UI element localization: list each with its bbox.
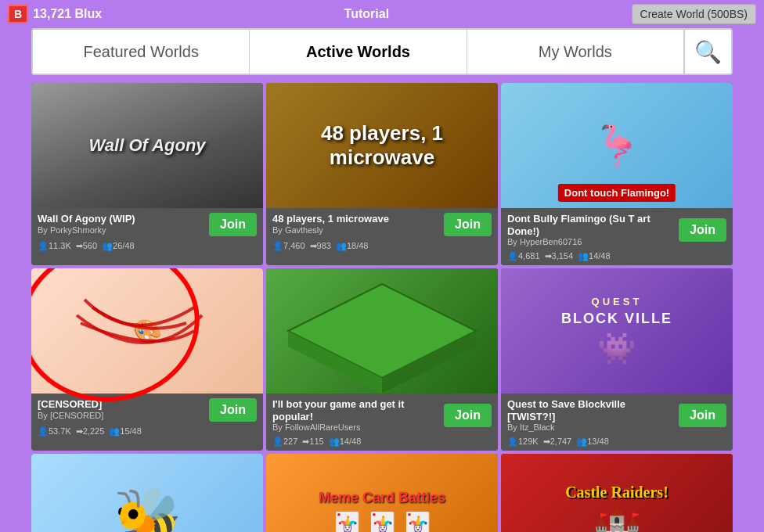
join-button-wall-of-agony[interactable]: Join bbox=[209, 213, 257, 236]
world-card-wall-of-agony: Wall Of AgonyWall Of Agony (WIP)By Porky… bbox=[31, 83, 263, 265]
world-stats-blockville: 👤129K➡2,747👥13/48 bbox=[501, 435, 733, 451]
world-thumbnail-blockville: QUESTBLOCK VILLE👾 bbox=[501, 268, 733, 394]
stat-favorites-circled: ➡2,225 bbox=[76, 426, 105, 437]
join-button-bot-game[interactable]: Join bbox=[444, 404, 492, 427]
stat-current-blockville: 👥13/48 bbox=[576, 437, 609, 447]
tab-featured[interactable]: Featured Worlds bbox=[33, 30, 250, 74]
join-button-flamingo[interactable]: Join bbox=[679, 218, 726, 242]
world-thumbnail-bee-research: 🐝 bbox=[31, 454, 263, 532]
stat-current-wall-of-agony: 👥26/48 bbox=[102, 241, 135, 251]
world-thumbnail-bot-game bbox=[266, 268, 498, 394]
svg-marker-0 bbox=[288, 284, 476, 378]
world-thumbnail-wall-of-agony: Wall Of Agony bbox=[31, 83, 263, 208]
stat-players-48players: 👤7,460 bbox=[272, 241, 305, 251]
world-thumbnail-flamingo: 🦩Dont touch Flamingo! bbox=[501, 83, 733, 208]
world-thumbnail-48players: 48 players, 1 microwave bbox=[266, 83, 498, 208]
join-button-blockville[interactable]: Join bbox=[679, 404, 726, 427]
world-text-circled: [CENSORED]By [CENSORED] bbox=[38, 398, 206, 420]
world-text-48players: 48 players, 1 microwaveBy Gavthesly bbox=[272, 213, 441, 235]
world-title-flamingo: Dont Bully Flamingo (Su T art Done!) bbox=[507, 213, 676, 237]
stat-current-flamingo: 👥14/48 bbox=[578, 251, 611, 261]
stat-players-bot-game: 👤227 bbox=[272, 437, 297, 447]
world-title-wall-of-agony: Wall Of Agony (WIP) bbox=[38, 213, 206, 225]
world-card-bee-research: 🐝Bee Research FacilityBy EpicbatThebatJo… bbox=[31, 454, 263, 532]
world-author-48players: By Gavthesly bbox=[272, 225, 441, 235]
world-author-wall-of-agony: By PorkyShmorky bbox=[38, 225, 206, 235]
world-info-wall-of-agony: Wall Of Agony (WIP)By PorkyShmorkyJoin bbox=[31, 208, 263, 239]
world-title-bot-game: I'll bot your game and get it popular! bbox=[272, 398, 441, 422]
tutorial-button[interactable]: Tutorial bbox=[344, 7, 389, 21]
world-info-48players: 48 players, 1 microwaveBy GavtheslyJoin bbox=[266, 208, 498, 239]
stat-favorites-blockville: ➡2,747 bbox=[543, 437, 572, 447]
world-info-bot-game: I'll bot your game and get it popular!By… bbox=[266, 394, 498, 435]
search-button[interactable]: 🔍 bbox=[684, 30, 731, 74]
join-button-48players[interactable]: Join bbox=[444, 213, 492, 236]
blux-count: 13,721 Blux bbox=[33, 7, 102, 21]
stat-favorites-wall-of-agony: ➡560 bbox=[76, 241, 97, 251]
world-card-bot-game: I'll bot your game and get it popular!By… bbox=[266, 268, 498, 451]
stat-current-48players: 👥18/48 bbox=[336, 241, 369, 251]
blux-section: B 13,721 Blux bbox=[8, 5, 102, 23]
world-card-meme-cards: Meme Card Battles🃏🃏🃏meme card battlesBy … bbox=[266, 454, 498, 532]
world-card-48players: 48 players, 1 microwave48 players, 1 mic… bbox=[266, 83, 498, 265]
world-title-blockville: Quest to Save Blockville [TWIST?!] bbox=[507, 398, 676, 422]
world-card-flamingo: 🦩Dont touch Flamingo!Dont Bully Flamingo… bbox=[501, 83, 733, 265]
stat-players-wall-of-agony: 👤11.3K bbox=[38, 241, 71, 251]
world-text-blockville: Quest to Save Blockville [TWIST?!]By Itz… bbox=[507, 398, 676, 432]
join-button-circled[interactable]: Join bbox=[209, 398, 257, 422]
create-world-button[interactable]: Create World (500BS) bbox=[632, 4, 756, 24]
top-bar: B 13,721 Blux Tutorial Create World (500… bbox=[0, 0, 764, 28]
world-title-48players: 48 players, 1 microwave bbox=[272, 213, 441, 225]
world-thumbnail-circled: 🎨 bbox=[31, 268, 263, 394]
blux-badge: B bbox=[8, 5, 28, 23]
stat-current-bot-game: 👥14/48 bbox=[329, 437, 362, 447]
world-text-flamingo: Dont Bully Flamingo (Su T art Done!)By H… bbox=[507, 213, 676, 246]
world-author-blockville: By Itz_Black bbox=[507, 422, 676, 432]
tab-bar: Featured Worlds Active Worlds My Worlds … bbox=[31, 28, 733, 75]
world-stats-flamingo: 👤4,681➡3,154👥14/48 bbox=[501, 250, 733, 265]
world-thumbnail-castle-raiders: Castle Raiders!🏰 bbox=[501, 454, 733, 532]
world-stats-bot-game: 👤227➡115👥14/48 bbox=[266, 435, 498, 451]
world-thumbnail-meme-cards: Meme Card Battles🃏🃏🃏 bbox=[266, 454, 498, 532]
stat-players-flamingo: 👤4,681 bbox=[507, 251, 540, 261]
world-author-bot-game: By FollowAllRareUsers bbox=[272, 422, 441, 432]
world-card-circled: 🎨[CENSORED]By [CENSORED]Join👤53.7K➡2,225… bbox=[31, 268, 263, 451]
stat-players-circled: 👤53.7K bbox=[38, 426, 71, 437]
world-info-blockville: Quest to Save Blockville [TWIST?!]By Itz… bbox=[501, 394, 733, 435]
world-text-bot-game: I'll bot your game and get it popular!By… bbox=[272, 398, 441, 432]
world-stats-wall-of-agony: 👤11.3K➡560👥26/48 bbox=[31, 239, 263, 255]
stat-favorites-bot-game: ➡115 bbox=[302, 437, 323, 447]
stat-favorites-48players: ➡983 bbox=[310, 241, 331, 251]
world-card-castle-raiders: Castle Raiders!🏰Castle Raiders - CATA-PU… bbox=[501, 454, 733, 532]
stat-favorites-flamingo: ➡3,154 bbox=[545, 251, 574, 261]
world-card-blockville: QUESTBLOCK VILLE👾Quest to Save Blockvill… bbox=[501, 268, 733, 451]
world-text-wall-of-agony: Wall Of Agony (WIP)By PorkyShmorky bbox=[38, 213, 206, 235]
world-info-flamingo: Dont Bully Flamingo (Su T art Done!)By H… bbox=[501, 208, 733, 250]
world-stats-48players: 👤7,460➡983👥18/48 bbox=[266, 239, 498, 255]
world-author-circled: By [CENSORED] bbox=[38, 411, 206, 420]
world-stats-circled: 👤53.7K➡2,225👥15/48 bbox=[31, 425, 263, 440]
stat-current-circled: 👥15/48 bbox=[109, 426, 142, 437]
world-title-circled: [CENSORED] bbox=[38, 398, 206, 411]
stat-players-blockville: 👤129K bbox=[507, 437, 539, 447]
world-grid: Wall Of AgonyWall Of Agony (WIP)By Porky… bbox=[0, 78, 764, 532]
world-author-flamingo: By HyperBen60716 bbox=[507, 237, 676, 246]
world-info-circled: [CENSORED]By [CENSORED]Join bbox=[31, 394, 263, 425]
tab-my-worlds[interactable]: My Worlds bbox=[467, 30, 684, 74]
tab-active[interactable]: Active Worlds bbox=[250, 30, 467, 74]
